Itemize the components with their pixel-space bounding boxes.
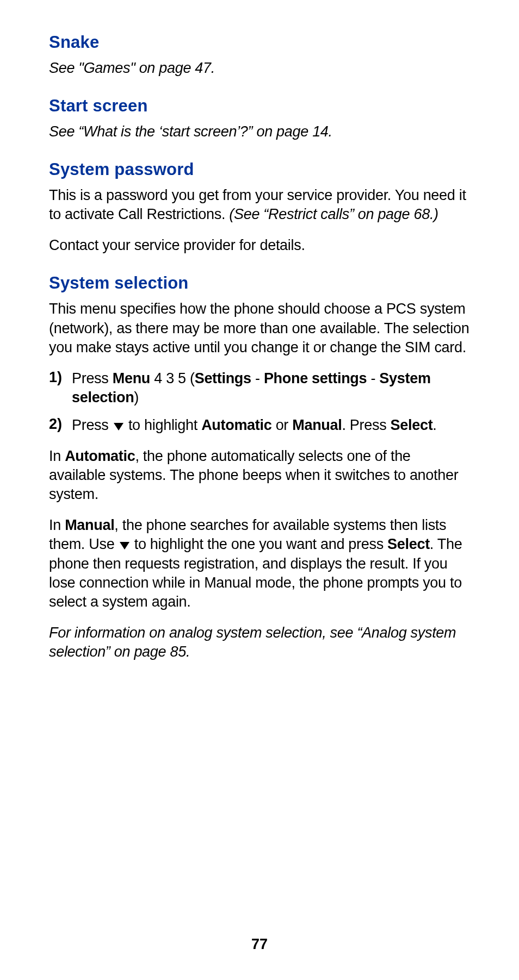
man-t3: to highlight the one you want and press [131,536,388,552]
man-t1: In [49,517,65,533]
step-1-t2: 4 3 5 ( [150,370,195,386]
heading-start-screen: Start screen [49,96,470,116]
step-1-marker: 1) [49,369,64,407]
step-1-settings: Settings [195,370,251,386]
manual-page: Snake See "Games" on page 47. Start scre… [0,0,519,980]
section-start-screen: Start screen See “What is the ‘start scr… [49,96,470,141]
man-b2: Select [387,536,430,552]
scroll-down-icon [114,423,123,430]
step-2-t2: to highlight [125,417,201,433]
system-password-p2: Contact your service provider for detail… [49,236,470,255]
step-2-t4: . Press [342,417,390,433]
step-2-marker: 2) [49,416,64,435]
step-1-phone-settings: Phone settings [264,370,367,386]
snake-ref: See "Games" on page 47. [49,59,470,78]
automatic-paragraph: In Automatic, the phone automatically se… [49,447,470,504]
system-selection-intro: This menu specifies how the phone should… [49,299,470,357]
start-screen-ref: See “What is the ‘start screen’?” on pag… [49,122,470,141]
auto-b1: Automatic [65,448,135,464]
heading-system-selection: System selection [49,273,470,293]
step-1-t5: ) [134,389,139,405]
heading-system-password: System password [49,160,470,179]
scroll-down-icon [120,542,129,550]
step-2: 2) Press to highlight Automatic or Manua… [49,416,470,435]
step-1-t3: - [251,370,264,386]
step-2-manual: Manual [292,417,342,433]
step-1-body: Press Menu 4 3 5 (Settings - Phone setti… [72,369,470,407]
section-snake: Snake See "Games" on page 47. [49,33,470,78]
section-system-selection: System selection This menu specifies how… [49,273,470,661]
step-2-t5: . [432,417,436,433]
analog-footnote: For information on analog system selecti… [49,623,470,661]
step-1-menu: Menu [113,370,150,386]
step-2-body: Press to highlight Automatic or Manual. … [72,416,437,435]
step-2-automatic: Automatic [201,417,271,433]
section-system-password: System password This is a password you g… [49,160,470,255]
step-2-select: Select [391,417,433,433]
manual-paragraph: In Manual, the phone searches for availa… [49,516,470,611]
system-password-p1-ref: (See “Restrict calls” on page 68.) [229,206,438,222]
auto-t1: In [49,448,65,464]
step-1: 1) Press Menu 4 3 5 (Settings - Phone se… [49,369,470,407]
step-2-t1: Press [72,417,113,433]
heading-snake: Snake [49,33,470,52]
step-1-t1: Press [72,370,113,386]
page-number: 77 [0,936,519,953]
system-password-p1: This is a password you get from your ser… [49,186,470,224]
step-2-t3: or [271,417,292,433]
system-selection-steps: 1) Press Menu 4 3 5 (Settings - Phone se… [49,369,470,435]
man-b1: Manual [65,517,114,533]
step-1-t4: - [367,370,379,386]
